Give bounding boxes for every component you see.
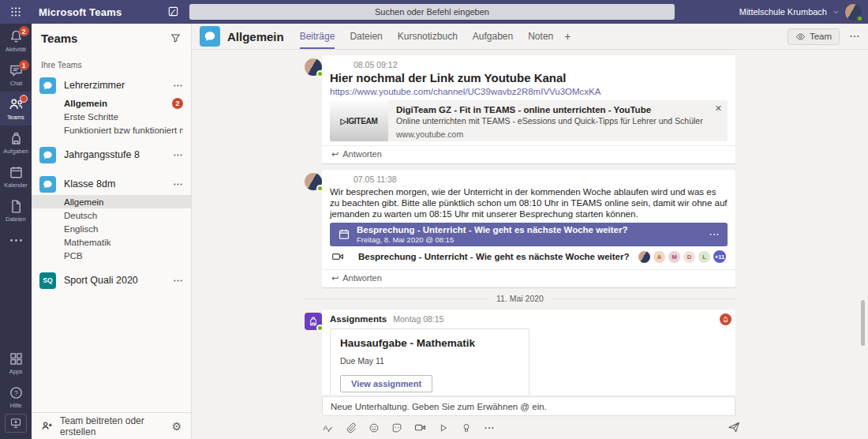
new-conversation-input[interactable] bbox=[322, 396, 735, 416]
rail-item-assignments[interactable]: Aufgaben bbox=[0, 126, 32, 159]
rail-item-apps[interactable]: Apps bbox=[0, 346, 32, 380]
channel-header: Allgemein Beiträge Dateien Kursnotizbuch… bbox=[192, 24, 868, 50]
team-avatar-initials: SQ bbox=[39, 272, 56, 289]
reply-button[interactable]: ↩Antworten bbox=[322, 269, 735, 287]
view-assignment-button[interactable]: View assignment bbox=[340, 375, 432, 392]
avatar: L bbox=[698, 251, 710, 263]
praise-icon[interactable] bbox=[461, 422, 472, 433]
emoji-icon[interactable] bbox=[369, 422, 380, 433]
activity-badge: 2 bbox=[19, 26, 29, 36]
channel-mathematik[interactable]: Mathematik bbox=[32, 235, 191, 249]
meet-now-icon[interactable] bbox=[414, 422, 426, 433]
channel-more-icon[interactable] bbox=[849, 31, 860, 42]
team-group-lehrerzimmer: Lehrerzimmer Allgemein 2 Erste Schritte … bbox=[32, 74, 191, 137]
backpack-icon bbox=[722, 316, 729, 323]
app-title: Microsoft Teams bbox=[39, 6, 122, 18]
message-list[interactable]: 08.05 09:12 Hier nochmal der Link zum Yo… bbox=[192, 50, 868, 395]
stream-icon[interactable] bbox=[438, 422, 449, 433]
team-row-sport-quali[interactable]: SQ Sport Quali 2020 bbox=[32, 269, 191, 291]
preview-site: www.youtube.com bbox=[396, 129, 703, 139]
team-row-klasse8dm[interactable]: Klasse 8dm bbox=[32, 173, 191, 195]
join-or-create-team[interactable]: Team beitreten oder erstellen ⚙ bbox=[32, 412, 191, 439]
chevron-down-icon bbox=[832, 8, 840, 17]
calendar-icon bbox=[9, 165, 24, 180]
new-chat-icon[interactable] bbox=[167, 6, 179, 17]
filter-icon[interactable] bbox=[170, 32, 181, 44]
format-icon[interactable] bbox=[322, 422, 334, 433]
apps-icon bbox=[9, 351, 24, 366]
assignment-title: Hausaufgabe - Mathematik bbox=[340, 337, 519, 349]
avatar: A bbox=[653, 251, 665, 263]
rail-item-activity[interactable]: 2 Aktivität bbox=[0, 24, 32, 58]
team-avatar-icon bbox=[39, 77, 56, 94]
team-row-lehrerzimmer[interactable]: Lehrerzimmer bbox=[32, 74, 191, 96]
team-more-icon[interactable] bbox=[173, 179, 183, 189]
sticker-icon[interactable] bbox=[391, 422, 402, 433]
download-desktop-icon bbox=[9, 417, 22, 430]
team-more-icon[interactable] bbox=[173, 150, 183, 160]
close-icon[interactable]: ✕ bbox=[715, 103, 722, 114]
message-author: Assignments bbox=[330, 314, 387, 324]
channel-klasse8dm-allgemein[interactable]: Allgemein bbox=[32, 195, 191, 208]
channel-pcb[interactable]: PCB bbox=[32, 249, 191, 262]
team-row-jahrgangsstufe8[interactable]: Jahrgangsstufe 8 bbox=[32, 144, 191, 166]
teams-badge bbox=[20, 95, 28, 103]
message-body: Wir besprechen morgen, wie der Unterrich… bbox=[330, 186, 728, 220]
tab-noten[interactable]: Noten bbox=[528, 24, 553, 49]
rail-item-help[interactable]: Hilfe bbox=[0, 380, 32, 414]
download-desktop-app-button[interactable] bbox=[5, 414, 27, 433]
status-available-icon bbox=[856, 15, 863, 22]
tab-aufgaben[interactable]: Aufgaben bbox=[473, 24, 513, 49]
channel-erste-schritte[interactable]: Erste Schritte bbox=[32, 110, 191, 123]
avatar-overflow-count[interactable]: +11 bbox=[713, 250, 726, 263]
message-card: 07.05 11:38 Wir besprechen morgen, wie d… bbox=[322, 170, 735, 287]
rail-item-calendar[interactable]: Kalender bbox=[0, 159, 32, 193]
backpack-icon bbox=[9, 131, 24, 146]
team-group-sport-quali: SQ Sport Quali 2020 bbox=[32, 269, 191, 291]
attach-icon[interactable] bbox=[346, 422, 357, 433]
meeting-ended-row: Besprechung - Unterricht - Wie geht es n… bbox=[330, 248, 728, 265]
youtube-link[interactable]: https://www.youtube.com/channel/UC39wavb… bbox=[330, 86, 728, 97]
channel-deutsch[interactable]: Deutsch bbox=[32, 208, 191, 222]
gear-icon[interactable]: ⚙ bbox=[171, 421, 181, 432]
waffle-menu-icon[interactable] bbox=[0, 0, 32, 24]
avatar bbox=[305, 173, 322, 190]
tab-dateien[interactable]: Dateien bbox=[350, 24, 382, 49]
reply-button[interactable]: ↩Antworten bbox=[322, 145, 735, 163]
channel-funktioniert[interactable]: Funktioniert bzw funktioniert nicht bbox=[32, 123, 191, 137]
rail-item-chat[interactable]: 1 Chat bbox=[0, 58, 32, 92]
avatar bbox=[305, 58, 322, 76]
rail-item-teams[interactable]: Teams bbox=[0, 92, 32, 126]
account-menu[interactable]: Mittelschule Krumbach bbox=[739, 0, 862, 24]
meeting-more-icon[interactable] bbox=[709, 229, 720, 240]
channel-englisch[interactable]: Englisch bbox=[32, 222, 191, 235]
avatar bbox=[638, 251, 650, 263]
add-tab-button[interactable]: + bbox=[564, 30, 571, 43]
eye-icon bbox=[795, 32, 806, 42]
compose-toolbar bbox=[322, 422, 735, 433]
more-options-icon[interactable] bbox=[484, 422, 495, 433]
channel-lehrerzimmer-allgemein[interactable]: Allgemein 2 bbox=[32, 96, 191, 110]
message-card: 08.05 09:12 Hier nochmal der Link zum Yo… bbox=[322, 55, 735, 163]
meeting-title: Besprechung - Unterricht - Wie geht es n… bbox=[357, 225, 702, 235]
compose-area bbox=[192, 395, 868, 439]
message-timestamp: 07.05 11:38 bbox=[330, 174, 728, 185]
rail-item-files[interactable]: Dateien bbox=[0, 193, 32, 227]
team-visibility-button[interactable]: Team bbox=[788, 28, 840, 45]
team-more-icon[interactable] bbox=[173, 276, 183, 286]
message-assignment-mathematik: Assignments Montag 08:15 Hausaufgabe - M… bbox=[305, 310, 735, 395]
assignment-due: Due May 11 bbox=[340, 356, 519, 366]
tab-kursnotizbuch[interactable]: Kursnotizbuch bbox=[398, 24, 458, 49]
send-icon[interactable] bbox=[728, 421, 740, 433]
channel-unread-badge: 2 bbox=[172, 98, 183, 109]
meeting-banner[interactable]: Besprechung - Unterricht - Wie geht es n… bbox=[330, 223, 728, 246]
search-input[interactable] bbox=[189, 4, 675, 20]
search-bar[interactable] bbox=[189, 4, 675, 20]
team-more-icon[interactable] bbox=[173, 81, 183, 91]
user-avatar[interactable] bbox=[845, 4, 862, 21]
tab-beitraege[interactable]: Beiträge bbox=[300, 24, 335, 49]
rail-item-more[interactable] bbox=[0, 227, 32, 253]
app-rail: 2 Aktivität 1 Chat Teams Aufgaben Kalend… bbox=[0, 24, 32, 439]
preview-title[interactable]: DigiTeam GZ - Fit in TEAMS - online unte… bbox=[396, 105, 703, 115]
scrollbar-thumb[interactable] bbox=[861, 300, 865, 346]
